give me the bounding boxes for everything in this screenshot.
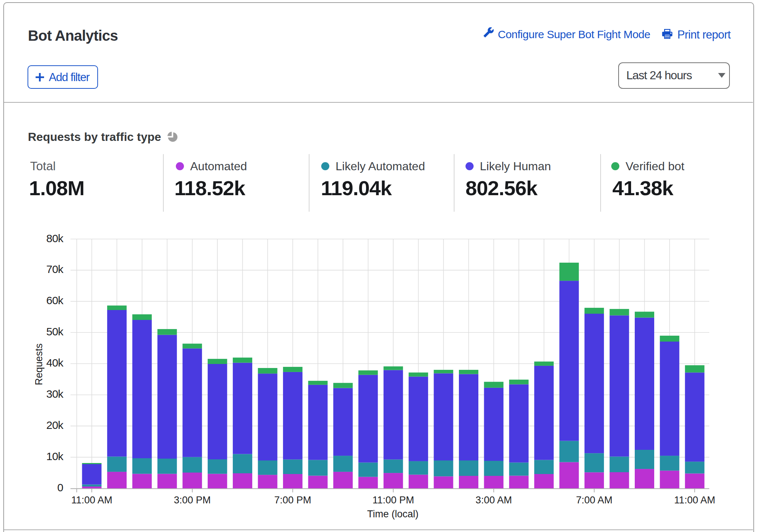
svg-text:3:00 AM: 3:00 AM	[475, 495, 512, 506]
svg-text:7:00 AM: 7:00 AM	[576, 495, 612, 506]
svg-text:3:00 PM: 3:00 PM	[174, 495, 211, 506]
svg-text:60k: 60k	[46, 294, 64, 306]
svg-text:30k: 30k	[46, 388, 64, 400]
svg-text:7:00 PM: 7:00 PM	[274, 495, 311, 506]
svg-text:10k: 10k	[46, 450, 64, 462]
svg-text:70k: 70k	[46, 263, 64, 275]
svg-text:40k: 40k	[46, 357, 64, 369]
svg-text:50k: 50k	[46, 325, 64, 338]
svg-text:20k: 20k	[46, 419, 64, 431]
svg-text:80k: 80k	[46, 232, 64, 244]
svg-text:11:00 PM: 11:00 PM	[372, 495, 414, 506]
svg-text:11:00 AM: 11:00 AM	[674, 495, 715, 506]
svg-text:Requests: Requests	[33, 343, 44, 385]
svg-text:Time (local): Time (local)	[367, 509, 419, 520]
svg-text:0: 0	[57, 481, 63, 493]
svg-text:11:00 AM: 11:00 AM	[71, 495, 112, 506]
